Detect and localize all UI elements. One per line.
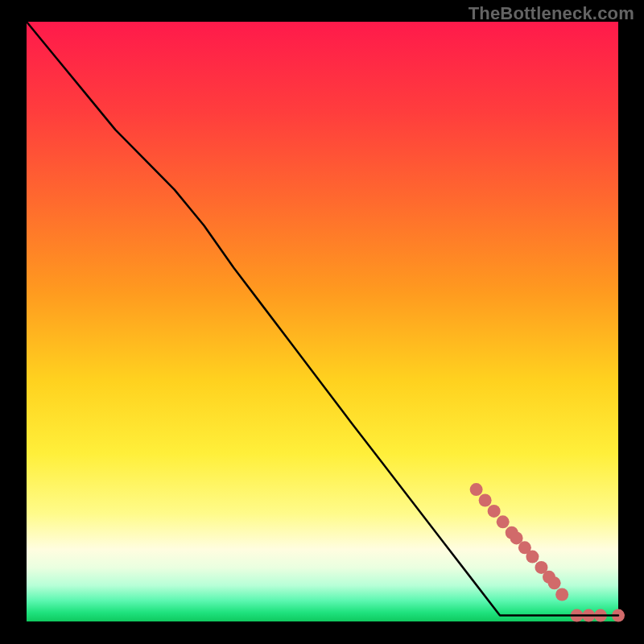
scatter-point: [488, 505, 501, 518]
scatter-point: [497, 515, 510, 528]
scatter-point: [479, 494, 492, 507]
scatter-point: [548, 576, 561, 589]
chart-svg: [0, 0, 644, 644]
scatter-point: [470, 483, 483, 496]
plot-background: [27, 22, 618, 621]
chart-frame: TheBottleneck.com: [0, 0, 644, 644]
scatter-point: [526, 551, 539, 564]
scatter-point: [555, 588, 568, 601]
